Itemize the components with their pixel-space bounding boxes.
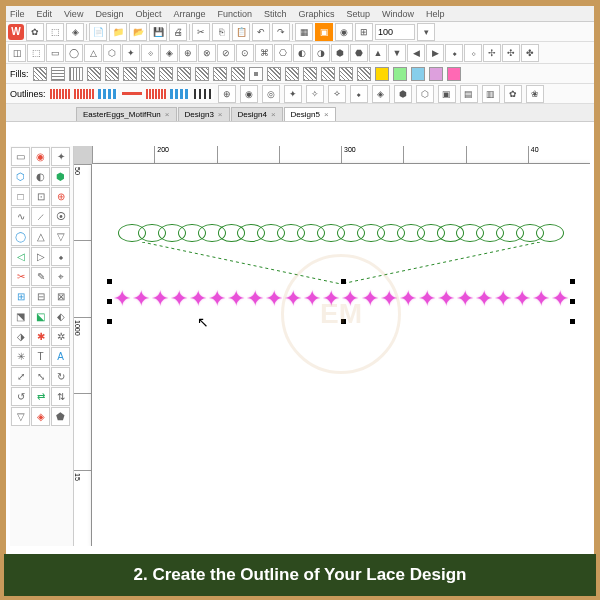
tool-icon[interactable]: ⬖ bbox=[51, 307, 70, 326]
select-tool-icon[interactable]: ▭ bbox=[11, 147, 30, 166]
outline-swatch[interactable] bbox=[50, 89, 70, 99]
tool-icon[interactable]: ✦ bbox=[51, 147, 70, 166]
copy-icon[interactable]: ⎘ bbox=[212, 23, 230, 41]
outline-swatch[interactable] bbox=[146, 89, 166, 99]
tool-icon[interactable]: △ bbox=[31, 227, 50, 246]
tool-icon[interactable]: ⬢ bbox=[51, 167, 70, 186]
tool-icon[interactable]: ▷ bbox=[31, 247, 50, 266]
selection-handle[interactable] bbox=[107, 279, 112, 284]
open-recent-icon[interactable]: 📂 bbox=[129, 23, 147, 41]
tool-icon[interactable]: ⬚ bbox=[46, 23, 64, 41]
selection-handle[interactable] bbox=[341, 279, 346, 284]
pink-lace-selection[interactable]: ✦✦✦✦✦✦✦✦✦✦✦✦✦✦✦✦✦✦✦✦✦✦✦✦ bbox=[112, 284, 570, 314]
tool-icon[interactable]: ⬕ bbox=[31, 307, 50, 326]
cut-icon[interactable]: ✂ bbox=[192, 23, 210, 41]
fill-swatch[interactable] bbox=[69, 67, 83, 81]
tool-icon[interactable]: ⊕ bbox=[179, 44, 197, 62]
tool-icon[interactable]: ⬣ bbox=[350, 44, 368, 62]
tab-design5[interactable]: Design5× bbox=[284, 107, 336, 121]
fill-swatch[interactable] bbox=[159, 67, 173, 81]
fill-swatch[interactable] bbox=[339, 67, 353, 81]
tool-icon[interactable]: ▾ bbox=[417, 23, 435, 41]
menu-file[interactable]: File bbox=[10, 9, 25, 19]
tool-icon[interactable]: ◈ bbox=[66, 23, 84, 41]
tool-icon[interactable]: ⊟ bbox=[31, 287, 50, 306]
tool-icon[interactable]: ◯ bbox=[11, 227, 30, 246]
tool-icon[interactable]: ◑ bbox=[312, 44, 330, 62]
outline-swatch[interactable] bbox=[194, 89, 214, 99]
save-icon[interactable]: 💾 bbox=[149, 23, 167, 41]
tool-icon[interactable]: ⦿ bbox=[51, 207, 70, 226]
green-lace-outline[interactable] bbox=[122, 224, 560, 242]
redo-icon[interactable]: ↷ bbox=[272, 23, 290, 41]
tool-icon[interactable]: ⬔ bbox=[11, 307, 30, 326]
menu-view[interactable]: View bbox=[64, 9, 83, 19]
tool-icon[interactable]: ▶ bbox=[426, 44, 444, 62]
tool-icon[interactable]: ⟐ bbox=[141, 44, 159, 62]
tool-icon[interactable]: ✲ bbox=[51, 327, 70, 346]
selection-handle[interactable] bbox=[570, 299, 575, 304]
menu-function[interactable]: Function bbox=[217, 9, 252, 19]
outline-tool-icon[interactable]: ⬡ bbox=[416, 85, 434, 103]
menu-design[interactable]: Design bbox=[95, 9, 123, 19]
tool-icon[interactable]: ⬟ bbox=[51, 407, 70, 426]
fill-swatch[interactable] bbox=[357, 67, 371, 81]
fill-swatch[interactable] bbox=[231, 67, 245, 81]
outline-tool-icon[interactable]: ⬢ bbox=[394, 85, 412, 103]
tool-icon[interactable]: ◉ bbox=[31, 147, 50, 166]
tab-design3[interactable]: Design3× bbox=[178, 107, 230, 121]
tool-icon[interactable]: ↺ bbox=[11, 387, 30, 406]
fill-swatch[interactable] bbox=[105, 67, 119, 81]
tool-icon[interactable]: ✤ bbox=[521, 44, 539, 62]
tool-icon[interactable]: ⬥ bbox=[51, 247, 70, 266]
tool-icon[interactable]: ⊠ bbox=[51, 287, 70, 306]
fill-swatch[interactable] bbox=[123, 67, 137, 81]
tool-icon[interactable]: ◐ bbox=[293, 44, 311, 62]
fill-swatch[interactable] bbox=[321, 67, 335, 81]
outline-swatch[interactable] bbox=[98, 89, 118, 99]
tool-icon[interactable]: ⟋ bbox=[31, 207, 50, 226]
tool-icon[interactable]: ◈ bbox=[160, 44, 178, 62]
tool-icon[interactable]: ✦ bbox=[122, 44, 140, 62]
tool-icon[interactable]: ⊘ bbox=[217, 44, 235, 62]
print-icon[interactable]: 🖨 bbox=[169, 23, 187, 41]
tool-icon[interactable]: ⇅ bbox=[51, 387, 70, 406]
zoom-input[interactable] bbox=[375, 24, 415, 40]
menu-window[interactable]: Window bbox=[382, 9, 414, 19]
tool-icon[interactable]: ✳ bbox=[11, 347, 30, 366]
outline-tool-icon[interactable]: ❀ bbox=[526, 85, 544, 103]
selection-handle[interactable] bbox=[341, 319, 346, 324]
fill-swatch[interactable] bbox=[303, 67, 317, 81]
menu-arrange[interactable]: Arrange bbox=[173, 9, 205, 19]
fill-swatch[interactable] bbox=[195, 67, 209, 81]
menu-help[interactable]: Help bbox=[426, 9, 445, 19]
tool-icon[interactable]: ⬡ bbox=[11, 167, 30, 186]
fill-swatch[interactable] bbox=[375, 67, 389, 81]
tool-icon[interactable]: ⬗ bbox=[11, 327, 30, 346]
paste-icon[interactable]: 📋 bbox=[232, 23, 250, 41]
tool-icon[interactable]: ⊡ bbox=[31, 187, 50, 206]
tool-icon[interactable]: ✎ bbox=[31, 267, 50, 286]
tool-icon[interactable]: ⊕ bbox=[51, 187, 70, 206]
outline-tool-icon[interactable]: ◉ bbox=[240, 85, 258, 103]
tool-icon[interactable]: ⌘ bbox=[255, 44, 273, 62]
fill-swatch[interactable] bbox=[87, 67, 101, 81]
fill-swatch[interactable] bbox=[447, 67, 461, 81]
fill-swatch[interactable] bbox=[213, 67, 227, 81]
tool-icon[interactable]: ◁ bbox=[11, 247, 30, 266]
tool-icon[interactable]: ◈ bbox=[31, 407, 50, 426]
outline-tool-icon[interactable]: ▥ bbox=[482, 85, 500, 103]
outline-swatch[interactable] bbox=[170, 89, 190, 99]
tool-icon[interactable]: ∿ bbox=[11, 207, 30, 226]
tool-icon[interactable]: ⬚ bbox=[27, 44, 45, 62]
tool-icon[interactable]: ✢ bbox=[483, 44, 501, 62]
outline-tool-icon[interactable]: ⊕ bbox=[218, 85, 236, 103]
tool-icon[interactable]: A bbox=[51, 347, 70, 366]
menu-object[interactable]: Object bbox=[135, 9, 161, 19]
tool-icon[interactable]: ◀ bbox=[407, 44, 425, 62]
tool-icon[interactable]: ✣ bbox=[502, 44, 520, 62]
tool-icon[interactable]: ▽ bbox=[51, 227, 70, 246]
close-icon[interactable]: × bbox=[165, 110, 170, 119]
fill-swatch[interactable] bbox=[141, 67, 155, 81]
selection-handle[interactable] bbox=[570, 319, 575, 324]
